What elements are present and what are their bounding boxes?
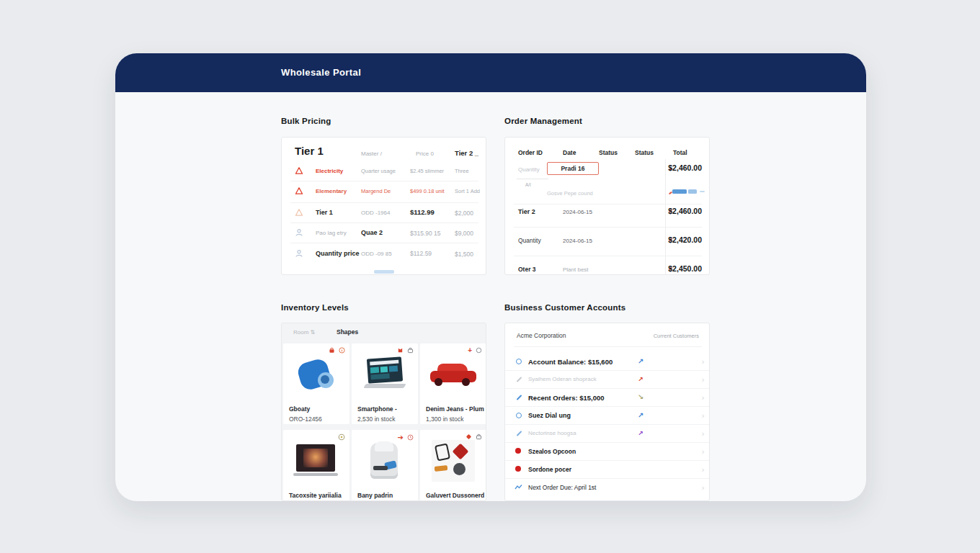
app-title: Wholesale Portal <box>281 67 361 78</box>
section-title-business-accounts: Business Customer Accounts <box>504 303 625 312</box>
list-item[interactable]: Account Balance: $15,600 ↗ › <box>505 352 709 371</box>
tag-icon[interactable] <box>466 433 472 440</box>
bulk-row-name: Electricity <box>316 168 343 174</box>
divider <box>514 256 702 256</box>
account-company-name: Acme Corporation <box>517 332 566 339</box>
account-item-label: Recent Orders: $15,000 <box>528 394 605 402</box>
bulk-pricing-panel: Tier 1 Master / Price 0 Tier 2 _ Electri… <box>281 137 486 275</box>
inventory-card[interactable]: Galuvert Dussonerd <box>420 430 486 501</box>
account-item-label: Suez Dial ung <box>528 412 571 419</box>
inventory-card[interactable]: Smartphone - 2,530 in stock <box>352 343 418 424</box>
chevron-right-icon[interactable]: › <box>702 429 705 439</box>
bulk-row-detail: Margend De <box>361 188 391 194</box>
warning-triangle-icon <box>295 166 303 175</box>
order-id-cell: Tier 2 <box>518 208 535 215</box>
plus-icon[interactable]: + <box>468 347 472 354</box>
list-item[interactable]: Recent Orders: $15,000 ↘ › <box>505 388 709 407</box>
divider <box>514 227 702 228</box>
bulk-row-tier: Sort 1 Add <box>455 188 480 194</box>
bulk-row-tier: $2,000 <box>455 210 473 217</box>
badge-icon[interactable] <box>338 433 345 441</box>
bulk-row-tier: $9,000 <box>455 230 473 237</box>
product-name: Gboaty <box>289 405 310 413</box>
order-col-total[interactable]: Total <box>673 149 687 156</box>
order-col-status-1[interactable]: Status <box>599 149 618 156</box>
bulk-row-price: $315.90 15 <box>410 230 441 237</box>
inventory-card[interactable]: ➔ Bany padrin <box>352 430 418 501</box>
section-title-inventory-levels: Inventory Levels <box>281 303 349 312</box>
product-name: Smartphone - <box>357 405 397 413</box>
chevron-right-icon[interactable]: › <box>702 411 705 421</box>
divider <box>290 222 478 223</box>
order-col-order-id[interactable]: Order ID <box>518 149 543 156</box>
list-item[interactable]: Next Order Due: April 1st › <box>505 478 709 496</box>
bulk-row-detail: ODD -1964 <box>361 210 390 216</box>
divider <box>290 181 478 181</box>
bulk-row-detail: ODD -09 85 <box>361 251 392 257</box>
list-item[interactable]: Nectorinse hoogsa ↗ › <box>505 424 709 443</box>
product-name: Tacoxsite yariialia <box>289 492 342 499</box>
product-image-red-car <box>429 361 478 392</box>
page: Wholesale Portal Bulk Pricing Order Mana… <box>0 0 980 553</box>
product-name: Bany padrin <box>357 492 393 499</box>
status-dot-icon <box>515 448 521 454</box>
bulk-header-tier1: Tier 1 <box>295 145 324 157</box>
order-id-cell: Quantity <box>518 166 540 173</box>
bulk-row-price: $499 0.18 unit <box>410 188 445 194</box>
app-header: Wholesale Portal <box>115 53 866 92</box>
bag-icon[interactable] <box>476 433 482 440</box>
account-subtitle: Current Customers <box>654 333 699 339</box>
account-item-label: Szealos Opcoon <box>528 448 576 455</box>
pencil-icon <box>517 431 522 436</box>
inventory-filter-tab[interactable]: Shapes <box>337 328 358 336</box>
status-dot-icon <box>515 466 521 472</box>
chevron-right-icon[interactable]: › <box>702 393 705 403</box>
list-item[interactable]: Sordone pocer › <box>505 460 709 479</box>
chevron-right-icon[interactable]: › <box>702 357 705 367</box>
info-icon[interactable] <box>339 347 345 354</box>
shirt-icon[interactable] <box>397 347 404 354</box>
order-date-cell: Plant best <box>563 266 589 273</box>
circle-icon <box>516 413 522 418</box>
order-id-cell: Quantity <box>518 237 541 244</box>
chevron-right-icon[interactable]: › <box>702 375 705 385</box>
chevron-right-icon[interactable]: › <box>702 483 705 493</box>
inventory-card[interactable]: Tacoxsite yariialia <box>283 430 349 501</box>
account-item-label: Next Order Due: April 1st <box>528 484 596 491</box>
chevron-right-icon[interactable]: › <box>702 465 705 475</box>
bag-icon[interactable] <box>329 347 335 354</box>
chevron-right-icon[interactable]: › <box>702 447 705 457</box>
warning-triangle-icon <box>295 186 303 195</box>
progress-chip <box>672 189 687 194</box>
section-title-bulk-pricing: Bulk Pricing <box>281 117 331 125</box>
bulk-row-detail: Quarter usage <box>361 168 396 174</box>
order-col-status-2[interactable]: Status <box>635 149 654 156</box>
order-col-date[interactable]: Date <box>563 149 576 156</box>
order-management-panel: Order ID Date Status Status Total Quanti… <box>504 137 710 275</box>
order-total-cell: $2,460.00 <box>668 163 702 172</box>
list-item[interactable]: Szealos Opcoon › <box>505 442 709 461</box>
inventory-sort-control[interactable]: Room ⇅ <box>293 329 315 336</box>
product-image-backpack <box>368 440 402 482</box>
trend-up-icon: ↗ <box>638 411 643 419</box>
bulk-row-tier: Three <box>455 168 469 174</box>
clock-icon[interactable] <box>407 434 414 441</box>
product-image-laptop-sunset <box>293 443 339 479</box>
divider <box>514 346 702 347</box>
circle-icon <box>516 359 522 364</box>
inventory-card[interactable]: Gboaty ORO-12456 <box>283 343 349 424</box>
bulk-header-tier2[interactable]: Tier 2 _ <box>455 149 478 157</box>
order-date-input[interactable] <box>547 162 599 175</box>
bulk-row-price: $112.99 <box>410 208 435 216</box>
order-total-cell: $2,460.00 <box>668 207 702 215</box>
bulk-row-tier: $1,500 <box>455 251 473 258</box>
inventory-card[interactable]: + Denim Jeans - Plum 1,300 in stock <box>420 343 486 424</box>
sort-arrows-icon: ⇅ <box>311 329 316 336</box>
bag-icon[interactable] <box>407 347 414 354</box>
product-name: Denim Jeans - Plum <box>426 405 484 413</box>
section-title-order-management: Order Management <box>504 117 582 125</box>
list-item[interactable]: Syaihem Oderan shoprack ↗ › <box>505 370 709 389</box>
list-item[interactable]: Suez Dial ung ↗ › <box>505 406 709 425</box>
circle-icon[interactable] <box>476 347 482 354</box>
pagination-indicator[interactable] <box>374 270 394 274</box>
